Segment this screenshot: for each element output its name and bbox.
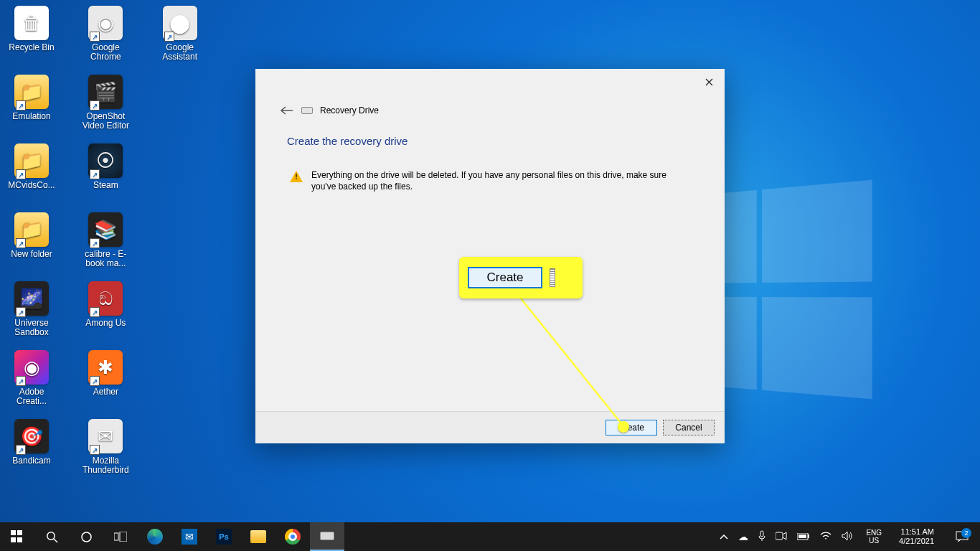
warning-text: Everything on the drive will be deleted.… <box>311 169 684 192</box>
dialog-heading: Create the recovery drive <box>287 135 407 147</box>
svg-rect-5 <box>120 532 127 542</box>
taskbar-photoshop[interactable]: Ps <box>207 522 241 551</box>
desktop-icon[interactable]: 📁↗MCvidsCo... <box>4 141 59 209</box>
tray-meetnow-icon[interactable] <box>776 531 787 542</box>
windows-icon <box>11 530 24 543</box>
desktop-icon[interactable]: ✉↗Mozilla Thunderbird <box>78 416 133 485</box>
tray-wifi-icon[interactable] <box>820 531 831 542</box>
drive-icon <box>320 532 334 540</box>
taskbar-chrome[interactable] <box>275 522 310 551</box>
taskbar-explorer[interactable] <box>241 522 275 551</box>
mail-icon: ✉ <box>182 529 197 545</box>
icon-label: Bandicam <box>12 456 50 466</box>
desktop-icon[interactable]: 📚↗calibre - E-book ma... <box>78 209 133 278</box>
desktop-icon[interactable]: 🎯↗Bandicam <box>4 416 59 485</box>
desktop-icon[interactable]: ⬤↗Google Assistant <box>153 3 207 72</box>
icon-label: Mozilla Thunderbird <box>80 456 131 475</box>
start-button[interactable] <box>0 522 34 551</box>
dialog-button-bar: Create Cancel <box>255 411 725 443</box>
app-icon: 🗑 <box>14 6 49 40</box>
taskbar-mail[interactable]: ✉ <box>172 522 207 551</box>
desktop-icon[interactable]: ◉↗Google Chrome <box>78 3 133 72</box>
dialog-title: Recovery Drive <box>320 105 379 116</box>
search-button[interactable] <box>34 522 69 551</box>
svg-rect-10 <box>798 534 806 538</box>
task-view-button[interactable] <box>103 522 138 551</box>
cancel-button[interactable]: Cancel <box>663 420 715 435</box>
icon-label: New folder <box>11 250 52 259</box>
system-tray: ☁ ENG US 11:51 AM 4/21/2021 2 <box>715 522 980 551</box>
icon-label: Universe Sandbox <box>6 319 57 337</box>
tray-chevron-icon[interactable] <box>720 531 728 542</box>
desktop-icon[interactable]: 📁↗New folder <box>4 209 59 278</box>
desktop-icon[interactable]: 📁↗Emulation <box>4 72 59 141</box>
icon-label: Adobe Creati... <box>6 387 57 406</box>
desktop-icon[interactable]: 🌌↗Universe Sandbox <box>4 278 59 347</box>
cortana-button[interactable] <box>69 522 103 551</box>
recovery-drive-dialog: Recovery Drive Create the recovery drive… <box>255 69 725 443</box>
language-code: ENG <box>866 529 882 537</box>
icon-label: Google Assistant <box>154 43 206 62</box>
annotation-callout: Create <box>459 257 583 298</box>
icon-label: MCvidsCo... <box>8 181 55 190</box>
annotation-grip <box>550 268 555 287</box>
icon-label: Aether <box>93 387 118 397</box>
create-button[interactable]: Create <box>606 420 657 435</box>
icon-label: Among Us <box>85 319 126 328</box>
tray-volume-icon[interactable] <box>842 531 853 543</box>
taskbar: ✉ Ps ☁ ENG US 11:51 AM 4/21/2021 <box>0 522 980 551</box>
desktop-icon[interactable]: ◉↗Adobe Creati... <box>4 347 59 416</box>
desktop-icon[interactable]: 🗑Recycle Bin <box>4 3 59 72</box>
drive-icon <box>301 107 313 114</box>
svg-point-1 <box>47 532 54 539</box>
edge-icon <box>147 529 163 545</box>
photoshop-icon: Ps <box>216 529 232 545</box>
svg-point-3 <box>82 532 91 542</box>
back-button[interactable] <box>280 103 294 118</box>
desktop: 🗑Recycle Bin📁↗Emulation📁↗MCvidsCo...📁↗Ne… <box>4 3 227 505</box>
warning-icon <box>290 171 303 182</box>
desktop-icon[interactable]: ⦿↗Steam <box>78 141 133 209</box>
svg-rect-4 <box>114 533 118 540</box>
svg-rect-9 <box>808 534 809 538</box>
svg-rect-7 <box>776 532 783 540</box>
date-text: 4/21/2021 <box>899 537 934 546</box>
folder-icon <box>250 530 266 543</box>
desktop-icon[interactable]: 🎬↗OpenShot Video Editor <box>78 72 133 141</box>
keyboard-layout: US <box>866 537 882 545</box>
desktop-icon[interactable]: ඞ↗Among Us <box>78 278 133 347</box>
close-button[interactable] <box>699 73 719 90</box>
icon-label: Emulation <box>12 112 50 121</box>
taskbar-edge[interactable] <box>138 522 172 551</box>
annotation-dot <box>618 421 629 433</box>
tray-onedrive-icon[interactable]: ☁ <box>738 531 748 542</box>
time-text: 11:51 AM <box>899 527 934 537</box>
clock[interactable]: 11:51 AM 4/21/2021 <box>895 527 938 546</box>
taskbar-recovery-drive[interactable] <box>310 522 344 551</box>
svg-line-2 <box>54 539 57 542</box>
icon-label: calibre - E-book ma... <box>80 250 131 268</box>
chrome-icon <box>285 529 301 545</box>
svg-rect-6 <box>760 531 763 537</box>
tray-microphone-icon[interactable] <box>758 530 765 544</box>
icon-label: Recycle Bin <box>9 43 54 52</box>
icon-label: Google Chrome <box>80 43 131 62</box>
icon-label: OpenShot Video Editor <box>80 112 131 131</box>
language-indicator[interactable]: ENG US <box>863 529 885 545</box>
annotation-create-preview: Create <box>468 267 542 288</box>
desktop-icon[interactable]: ✱↗Aether <box>78 347 133 416</box>
notification-badge: 2 <box>961 528 971 538</box>
icon-label: Steam <box>93 181 118 190</box>
action-center-button[interactable]: 2 <box>948 531 976 542</box>
tray-battery-icon[interactable] <box>797 531 810 542</box>
